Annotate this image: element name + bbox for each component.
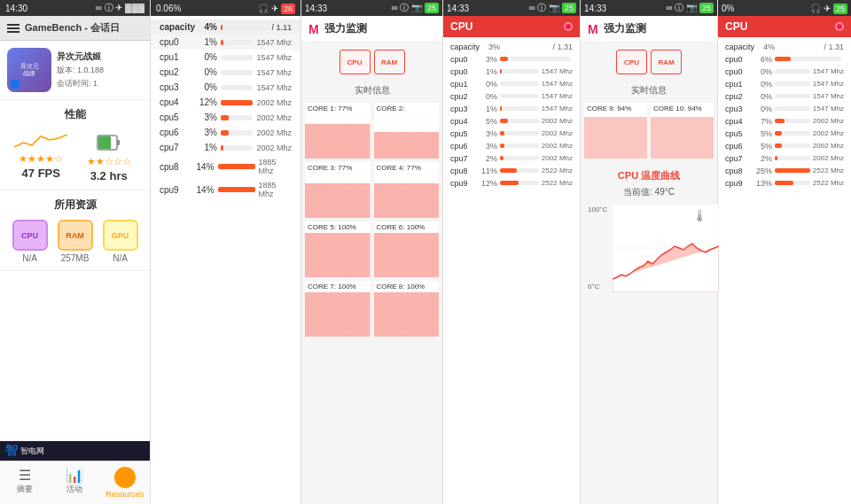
cpu-row-6-4: cpu3 0% 1547 Mhz (725, 103, 844, 115)
fcpu-name-6: cpu9 (725, 179, 753, 188)
fcpu-bar-wrap-6 (775, 131, 810, 136)
cpu-pct: 0% (195, 52, 217, 62)
resources-icon: ⚙ (114, 467, 136, 488)
battery-6: 25 (833, 4, 847, 14)
fcpu-mhz-6: 1547 Mhz (813, 80, 844, 89)
fcpu-pct-6: 5% (756, 129, 772, 138)
mon-cpu-icon-right[interactable]: CPU (616, 50, 647, 74)
svg-rect-22 (651, 117, 714, 159)
fcpu-bar-wrap-6 (775, 81, 810, 86)
fcpu-bar-fill-6 (775, 131, 782, 136)
fcpu-pct: 2% (481, 154, 497, 163)
core-chart-6 (305, 292, 371, 337)
cpu-name: cpu2 (160, 67, 195, 77)
cpu-name: cpu0 (160, 37, 195, 47)
thermometer-icon: 🌡 (692, 207, 708, 226)
time-4: 14:33 (447, 4, 469, 13)
fcpu-name-6: cpu2 (725, 92, 753, 101)
core-item-2: CORE 3: 77% (305, 162, 371, 218)
gpu-value: N/A (98, 253, 143, 263)
cpu-name: cpu9 (160, 185, 193, 195)
fcpu-bar-wrap (500, 106, 539, 111)
status-bar-1: 14:30 ∞ ⓘ ✈ ▓▓▓ (0, 0, 150, 16)
nav-resources[interactable]: ⚙ Resources (100, 461, 150, 504)
fcpu-bar-wrap-6 (775, 168, 810, 173)
battery-chart-icon (96, 132, 122, 154)
cpu-bar-wrap (218, 187, 255, 192)
cpu-bar-wrap (221, 40, 253, 45)
cpu-mhz: 2002 Mhz (256, 98, 292, 107)
core-label-7: CORE 8: 100% (374, 281, 440, 292)
fcpu-name-6: cpu5 (725, 129, 753, 138)
core-chart-1 (374, 114, 440, 159)
fcpu-pct-6: 0% (756, 67, 772, 76)
cpu-bar-fill (218, 187, 255, 192)
fcpu-bar-fill-6 (775, 156, 777, 160)
cpu-bar-fill (221, 145, 223, 151)
bottom-nav: ☰ 摘要 📊 活动 ⚙ Resources (0, 461, 150, 504)
core-9-chart (584, 114, 647, 159)
fcpu-bar-fill (500, 143, 504, 148)
watermark: 智 智电网 (0, 441, 150, 461)
app-game-name: 异次元战姬 (57, 50, 143, 63)
fcpu-mhz: 2002 Mhz (542, 142, 573, 151)
cpu-row-6-0: cpu0 6% (725, 53, 844, 66)
cpu-row-4-4: cpu3 1% 1547 Mhz (450, 103, 573, 115)
cpu-capacity-row-left: capacity 3% / 1.31 (450, 41, 573, 53)
monitor-header-right: M 强力监测 (581, 16, 717, 43)
hamburger-icon[interactable] (7, 24, 20, 33)
cpu-rows-container-2: cpu0 1% 1547 Mhz cpu1 0% 1547 Mhz cpu2 0… (151, 35, 301, 201)
temp-section: CPU 温度曲线 当前值: 49°C 100°C 0°C 🌡 (581, 162, 717, 299)
fcpu-bar-fill-6 (775, 181, 793, 185)
status-bar-6: 0% 🎧 ✈ 25 (718, 0, 851, 16)
fcpu-bar-wrap-6 (775, 181, 810, 185)
gamebench-panel: 14:30 ∞ ⓘ ✈ ▓▓▓ GameBench - 会话日 异次元战姬 异次… (0, 0, 151, 504)
fcpu-bar-wrap (500, 131, 539, 136)
nav-summary[interactable]: ☰ 摘要 (0, 461, 50, 504)
fcpu-bar-wrap (500, 94, 539, 98)
nav-activity[interactable]: 📊 活动 (50, 461, 99, 504)
cpu-rows-container-6: cpu0 6% cpu0 0% 1547 Mhz cpu1 0% 1547 Mh… (725, 53, 844, 190)
cpu-name: cpu5 (160, 112, 195, 122)
menu-header[interactable]: GameBench - 会话日 (0, 16, 150, 41)
status-icons-3: ∞ ⓘ 📷 25 (392, 2, 439, 14)
cpu-bar-wrap (221, 130, 253, 136)
mon-ram-icon-left[interactable]: RAM (374, 50, 405, 74)
app-info: 异次元战姬 异次元战姬 版本: 1.0.188 会话时间: 1 (0, 41, 150, 100)
monitor-header-left: M 强力监测 (301, 16, 442, 43)
monitor-m-logo: M (308, 22, 319, 36)
core-chart-7 (374, 292, 440, 337)
svg-rect-2 (98, 136, 111, 149)
mon-ram-icon-right[interactable]: RAM (651, 50, 682, 74)
cpu-name: cpu7 (160, 143, 195, 152)
svg-rect-4 (305, 124, 371, 159)
cpu-row-4-10: cpu9 12% 2522 Mhz (450, 177, 573, 190)
fcpu-mhz: 1547 Mhz (542, 105, 573, 113)
cpu-row-3: cpu3 0% 1547 Mhz (151, 80, 301, 95)
mon-cpu-icon-left[interactable]: CPU (340, 50, 371, 74)
cpu-capacity-row-right: capacity 4% / 1.31 (725, 41, 844, 53)
temp-title: CPU 温度曲线 (588, 169, 710, 182)
cap-extra: / 1.31 (552, 43, 573, 51)
core-grid-right-top: CORE 9: 94% CORE 10: 94% (581, 99, 717, 162)
cpu-bar-wrap (221, 145, 253, 151)
cpu-row-1: cpu1 0% 1547 Mhz (151, 50, 301, 65)
cpu-pct: 12% (195, 97, 217, 107)
performance-title: 性能 (7, 107, 143, 122)
fcpu-bar-wrap (500, 81, 539, 86)
time-5: 14:33 (584, 4, 606, 13)
fcpu-mhz-6: 2002 Mhz (813, 117, 844, 126)
cpu-detail-panel-left: 14:33 ∞ ⓘ 📷 25 CPU capacity 3% / 1.31 cp… (443, 0, 581, 504)
fcpu-mhz-6: 1547 Mhz (813, 67, 844, 76)
cpu-bar-fill (221, 40, 223, 45)
app-version: 版本: 1.0.188 (57, 65, 143, 76)
core-label-0: CORE 1: 77% (305, 103, 371, 114)
fcpu-name-6: cpu6 (725, 142, 753, 151)
battery-stars: ★★☆☆☆ (78, 156, 140, 167)
fcpu-pct-6: 13% (756, 179, 772, 188)
cpu-mhz: 1885 Mhz (259, 158, 292, 175)
fcpu-bar-fill-6 (775, 119, 785, 123)
cpu-row-9: cpu9 14% 1885 Mhz (151, 178, 301, 201)
fcpu-pct: 1% (481, 67, 497, 76)
core-label-3: CORE 4: 77% (374, 162, 440, 174)
